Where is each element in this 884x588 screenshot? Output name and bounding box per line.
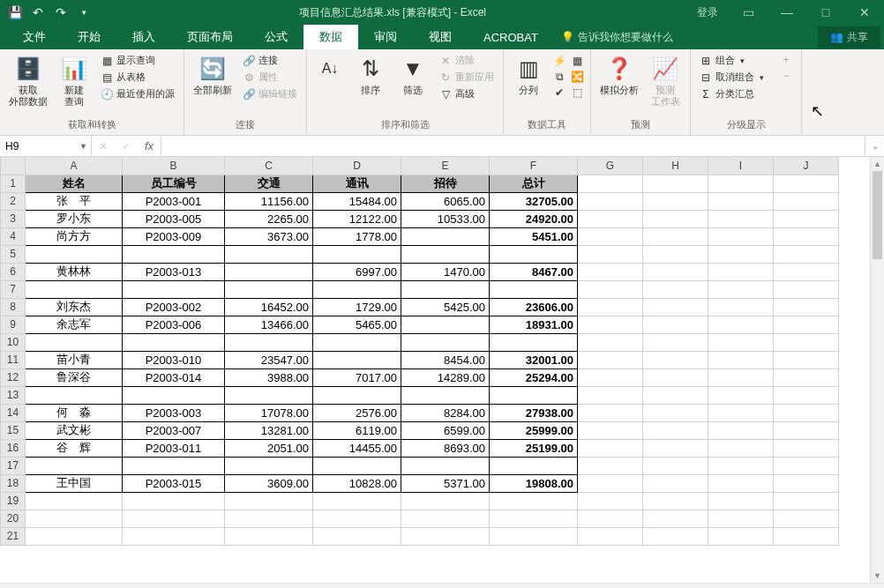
ribbon-display-icon[interactable]: ▭ (729, 0, 768, 25)
whatif-button[interactable]: ❓ 模拟分析 (596, 53, 642, 98)
cell[interactable]: 8284.00 (401, 404, 490, 421)
cell[interactable]: 7017.00 (313, 368, 401, 386)
scrollbar-thumb[interactable] (873, 171, 882, 259)
cell[interactable]: 5371.00 (401, 474, 490, 492)
tab-review[interactable]: 审阅 (358, 25, 413, 49)
cell[interactable] (401, 245, 490, 263)
cell[interactable]: 27938.00 (490, 404, 578, 421)
cell[interactable]: 刘东杰 (26, 298, 123, 316)
ungroup-button[interactable]: ⊟取消组合▾ (696, 70, 768, 85)
cell[interactable]: 5425.00 (401, 298, 490, 316)
tab-layout[interactable]: 页面布局 (171, 25, 249, 49)
cell[interactable]: P2003-011 (123, 439, 225, 457)
text-to-columns-button[interactable]: ▥ 分列 (509, 53, 548, 98)
cell[interactable]: 25294.00 (490, 368, 578, 386)
row-header[interactable]: 8 (1, 298, 26, 316)
tab-home[interactable]: 开始 (62, 25, 116, 49)
from-table-button[interactable]: ▤从表格 (97, 70, 178, 85)
cell[interactable]: P2003-013 (123, 263, 225, 280)
data-validation-button[interactable]: ✔ (551, 85, 567, 100)
cell[interactable]: P2003-003 (123, 404, 225, 421)
cell[interactable]: 11156.00 (225, 192, 313, 210)
cell[interactable] (313, 333, 401, 351)
filter-button[interactable]: ▼ 筛选 (393, 53, 432, 98)
cell[interactable] (313, 351, 401, 368)
cell[interactable]: 3988.00 (225, 368, 313, 386)
cell[interactable]: P2003-002 (123, 298, 225, 316)
cell[interactable] (26, 333, 123, 351)
cell[interactable]: 1470.00 (401, 263, 490, 280)
cell[interactable]: 6997.00 (313, 263, 401, 280)
tab-view[interactable]: 视图 (413, 25, 468, 49)
cell[interactable]: 18931.00 (490, 316, 578, 333)
row-header[interactable]: 21 (1, 527, 26, 545)
minimize-icon[interactable]: — (768, 0, 806, 25)
row-header[interactable]: 9 (1, 316, 26, 333)
cell[interactable]: 王中国 (26, 474, 123, 492)
cell[interactable] (123, 333, 225, 351)
cell[interactable] (401, 333, 490, 351)
cell[interactable]: 2051.00 (225, 439, 313, 457)
cell[interactable]: 罗小东 (26, 210, 123, 227)
share-button[interactable]: 👥 共享 (818, 26, 880, 48)
remove-dup-button[interactable]: ⧉ (551, 69, 567, 85)
scroll-up-icon[interactable]: ▲ (871, 157, 884, 171)
column-header-H[interactable]: H (643, 157, 708, 175)
cell[interactable]: 10828.00 (313, 474, 401, 492)
cell[interactable] (313, 457, 401, 474)
cell[interactable]: P2003-007 (123, 421, 225, 439)
cell[interactable]: 23547.00 (225, 351, 313, 368)
row-header[interactable]: 12 (1, 368, 26, 386)
cell[interactable] (26, 245, 123, 263)
cell[interactable]: 3609.00 (225, 474, 313, 492)
row-header[interactable]: 7 (1, 280, 26, 298)
cell[interactable]: 14289.00 (401, 368, 490, 386)
row-header[interactable]: 11 (1, 351, 26, 368)
cell[interactable]: 6119.00 (313, 421, 401, 439)
cell[interactable]: 余志军 (26, 316, 123, 333)
cell[interactable] (313, 386, 401, 404)
advanced-filter-button[interactable]: ▽高级 (436, 86, 498, 101)
close-icon[interactable]: ✕ (845, 0, 884, 25)
enter-formula-icon[interactable]: ✓ (115, 140, 138, 153)
name-box-dropdown-icon[interactable]: ▼ (79, 142, 87, 151)
cell[interactable] (490, 386, 578, 404)
column-header-J[interactable]: J (774, 157, 839, 175)
data-model-button[interactable]: ⬚ (569, 85, 585, 100)
cell[interactable]: 10533.00 (401, 210, 490, 227)
cell[interactable]: 15484.00 (313, 192, 401, 210)
cell[interactable] (490, 457, 578, 474)
cell[interactable]: P2003-015 (123, 474, 225, 492)
cell[interactable]: 32705.00 (490, 192, 578, 210)
cell[interactable]: 何 淼 (26, 404, 123, 421)
cell[interactable]: 谷 辉 (26, 439, 123, 457)
cell[interactable]: 19808.00 (490, 474, 578, 492)
cell[interactable] (401, 280, 490, 298)
cell[interactable] (225, 457, 313, 474)
relationships-button[interactable]: 🔀 (569, 69, 585, 85)
cell[interactable] (313, 280, 401, 298)
show-queries-button[interactable]: ▦显示查询 (97, 53, 178, 68)
flash-fill-button[interactable]: ⚡ (551, 53, 567, 69)
cell[interactable]: 8454.00 (401, 351, 490, 368)
cell[interactable]: 苗小青 (26, 351, 123, 368)
row-header[interactable]: 10 (1, 333, 26, 351)
cell[interactable]: 24920.00 (490, 210, 578, 227)
row-header[interactable]: 20 (1, 510, 26, 527)
row-header[interactable]: 2 (1, 192, 26, 210)
column-header-G[interactable]: G (578, 157, 643, 175)
undo-icon[interactable]: ↶ (28, 3, 48, 22)
column-header-A[interactable]: A (26, 157, 123, 175)
qat-customize-icon[interactable]: ▾ (74, 3, 94, 22)
column-header-F[interactable]: F (490, 157, 578, 175)
cell[interactable]: 8693.00 (401, 439, 490, 457)
cell[interactable] (313, 245, 401, 263)
select-all-corner[interactable] (1, 157, 26, 175)
cell[interactable]: 6065.00 (401, 192, 490, 210)
cell[interactable]: 13281.00 (225, 421, 313, 439)
table-header-cell[interactable]: 招待 (401, 175, 490, 192)
cell[interactable]: 17078.00 (225, 404, 313, 421)
cell[interactable] (123, 245, 225, 263)
cell[interactable] (490, 333, 578, 351)
tab-file[interactable]: 文件 (7, 25, 62, 49)
